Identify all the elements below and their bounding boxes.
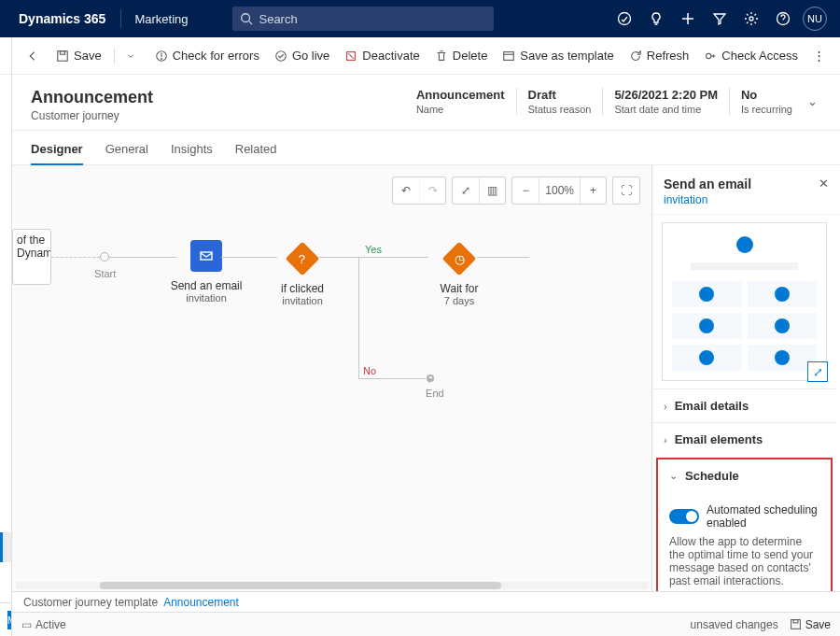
auto-schedule-toggle[interactable] — [669, 509, 699, 524]
start-label: Start — [94, 268, 116, 279]
delete-button[interactable]: Delete — [428, 41, 495, 71]
add-icon[interactable] — [672, 0, 704, 37]
nav-group-customers: Customers — [0, 351, 11, 375]
template-bar: Customer journey template Announcement — [12, 591, 840, 612]
help-icon[interactable] — [767, 0, 799, 37]
svg-line-17 — [349, 53, 354, 58]
nav-marketing-emails[interactable]: ✉Marketing emails — [0, 562, 11, 592]
svg-point-20 — [707, 53, 711, 58]
end-node[interactable] — [427, 375, 434, 382]
fit-button[interactable]: ⛶ — [613, 177, 639, 204]
header-field-recurring[interactable]: NoIs recurring — [729, 88, 804, 115]
nav-pinned[interactable]: ✧Pinned⌄ — [0, 134, 11, 164]
if-clicked-tile[interactable]: ? if clickedinvitation — [270, 243, 335, 306]
section-schedule[interactable]: ⌄Schedule — [658, 459, 831, 492]
branch-no-label: No — [363, 365, 376, 376]
save-options-button[interactable] — [120, 41, 147, 71]
preview-expand-button[interactable]: ⤢ — [807, 361, 828, 382]
search-placeholder: Search — [259, 12, 297, 26]
journey-canvas[interactable]: ↶↷ ⤢▥ −100%+ ⛶ of the Dynam Start Send a… — [12, 165, 651, 591]
tabs: Designer General Insights Related — [12, 131, 840, 165]
nav-recent[interactable]: ◷Recent⌄ — [0, 105, 11, 134]
template-link[interactable]: Announcement — [163, 596, 239, 609]
segment-tile[interactable]: of the Dynam — [12, 229, 51, 285]
svg-rect-22 — [791, 620, 800, 629]
nav-home[interactable]: ⌂Home — [0, 75, 11, 105]
user-avatar[interactable]: NU — [799, 0, 831, 37]
section-email-elements[interactable]: ›Email elements — [652, 422, 836, 456]
wait-tile[interactable]: ◷ Wait for7 days — [427, 243, 492, 306]
search-icon — [240, 12, 253, 25]
global-search[interactable]: Search — [232, 7, 494, 31]
app-name[interactable]: Marketing — [127, 12, 195, 26]
tab-insights[interactable]: Insights — [171, 136, 213, 164]
refresh-button[interactable]: Refresh — [623, 41, 696, 71]
settings-icon[interactable] — [735, 0, 767, 37]
panel-title: Send an email — [664, 177, 751, 191]
section-email-details[interactable]: ›Email details — [652, 389, 836, 422]
status-icon: ▭ — [21, 618, 32, 631]
minimap-button[interactable]: ▥ — [479, 177, 505, 204]
branch-yes-label: Yes — [365, 244, 382, 255]
lightbulb-icon[interactable] — [640, 0, 672, 37]
tab-general[interactable]: General — [105, 136, 148, 164]
nav-group-mywork: My Work — [0, 164, 11, 202]
svg-rect-18 — [504, 51, 514, 60]
svg-point-15 — [276, 50, 287, 61]
preview-logo-icon — [736, 236, 753, 253]
nav-accounts[interactable]: ▭Accounts — [0, 375, 11, 405]
nav-phone-calls[interactable]: ✆Phone Calls — [0, 321, 11, 351]
panel-email-link[interactable]: invitation — [664, 193, 751, 206]
nav-subscription-lists[interactable]: ☰Subscription lists — [0, 465, 11, 495]
undo-button[interactable]: ↶ — [393, 177, 419, 204]
email-tile[interactable]: Send an emailinvitation — [169, 240, 244, 304]
nav-customer-journeys[interactable]: ↝Customer journeys — [0, 532, 11, 562]
back-button[interactable] — [21, 41, 48, 71]
check-access-button[interactable]: Check Access — [697, 41, 805, 71]
redo-button[interactable]: ↷ — [419, 177, 445, 204]
svg-rect-23 — [793, 620, 798, 623]
nav-segments[interactable]: ◫Segments — [0, 435, 11, 465]
header-expand-icon[interactable]: ⌄ — [804, 94, 821, 108]
panel-close-button[interactable]: ✕ — [819, 177, 829, 191]
horizontal-scrollbar[interactable] — [16, 582, 648, 589]
zoom-level[interactable]: 100% — [539, 177, 580, 204]
fullscreen-button[interactable]: ⤢ — [453, 177, 479, 204]
svg-rect-21 — [201, 252, 212, 260]
zoom-in-button[interactable]: + — [580, 177, 606, 204]
svg-rect-11 — [60, 50, 64, 54]
record-header: Announcement Customer journey Announceme… — [12, 75, 840, 131]
assistant-icon[interactable] — [609, 0, 640, 37]
template-label: Customer journey template — [23, 596, 158, 609]
command-bar: Save Check for errors Go live Deactivate… — [12, 37, 840, 75]
properties-panel: Send an email invitation ✕ — [651, 165, 840, 591]
tab-related[interactable]: Related — [235, 136, 277, 164]
nav-tasks[interactable]: ☑Tasks — [0, 261, 11, 291]
more-commands-button[interactable]: ⋮ — [806, 41, 831, 71]
nav-get-started[interactable]: ▷Get started — [0, 202, 11, 232]
zoom-out-button[interactable]: − — [512, 177, 539, 204]
header-field-status[interactable]: DraftStatus reason — [516, 88, 603, 115]
nav-dashboards[interactable]: ▦Dashboards — [0, 232, 11, 261]
tab-designer[interactable]: Designer — [31, 136, 83, 165]
nav-social-posts[interactable]: ◎Social posts — [0, 592, 11, 602]
clock-icon: ◷ — [455, 252, 465, 266]
svg-point-0 — [242, 14, 250, 22]
svg-point-2 — [619, 13, 631, 25]
go-live-button[interactable]: Go live — [268, 41, 336, 71]
svg-rect-10 — [58, 50, 68, 61]
header-field-start[interactable]: 5/26/2021 2:20 PMStart date and time — [602, 88, 729, 115]
brand[interactable]: Dynamics 365 — [9, 11, 115, 26]
save-as-template-button[interactable]: Save as template — [496, 41, 620, 71]
filter-icon[interactable] — [704, 0, 735, 37]
nav-appointments[interactable]: ▤Appointments — [0, 291, 11, 321]
svg-line-1 — [249, 21, 253, 25]
nav-contacts[interactable]: ☺Contacts — [0, 405, 11, 435]
check-errors-button[interactable]: Check for errors — [148, 41, 266, 71]
deactivate-button[interactable]: Deactivate — [338, 41, 426, 71]
area-switcher[interactable]: M Marketing ⇅ — [0, 602, 12, 636]
start-node[interactable] — [100, 252, 109, 261]
header-field-name[interactable]: AnnouncementName — [405, 88, 516, 115]
save-button[interactable]: Save — [49, 41, 108, 71]
footer-save-button[interactable]: Save — [790, 618, 831, 631]
